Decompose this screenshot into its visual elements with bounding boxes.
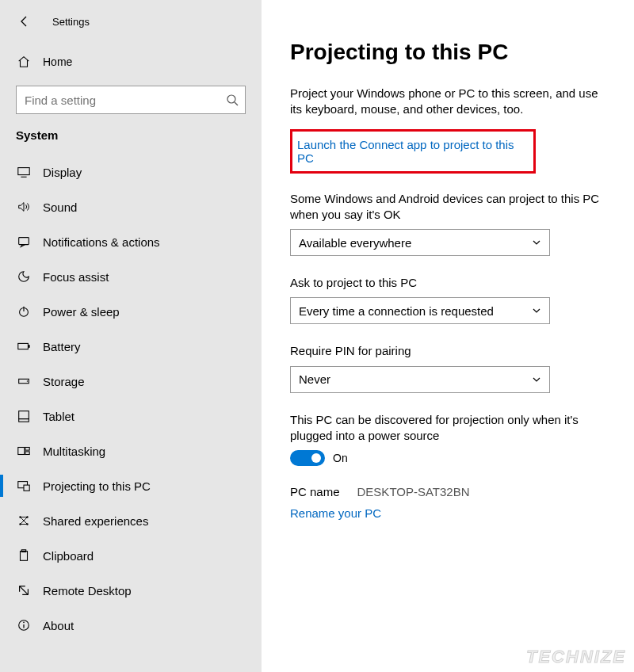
ask-label: Ask to project to this PC <box>290 275 610 291</box>
sidebar-item-tablet[interactable]: Tablet <box>0 399 262 433</box>
availability-label: Some Windows and Android devices can pro… <box>290 191 610 223</box>
sidebar-item-battery[interactable]: Battery <box>0 329 262 364</box>
svg-rect-17 <box>24 485 29 491</box>
sidebar-item-sound[interactable]: Sound <box>0 189 262 224</box>
watermark: TECHNIZE <box>526 647 626 667</box>
focus-assist-icon <box>16 269 32 284</box>
main-content: Projecting to this PC Project your Windo… <box>262 0 634 672</box>
sidebar-item-projecting[interactable]: Projecting to this PC <box>0 468 262 503</box>
sidebar-nav: Display Sound Notifications & actions Fo… <box>0 155 262 643</box>
sidebar-item-shared[interactable]: Shared experiences <box>0 503 262 538</box>
pin-label: Require PIN for pairing <box>290 343 610 359</box>
projecting-icon <box>16 478 32 494</box>
sidebar-item-label: Sound <box>43 200 77 214</box>
sidebar-item-multitasking[interactable]: Multitasking <box>0 433 262 468</box>
sidebar-item-clipboard[interactable]: Clipboard <box>0 538 262 573</box>
sidebar-item-label: Shared experiences <box>43 514 148 528</box>
svg-rect-13 <box>18 448 25 455</box>
ask-value: Every time a connection is requested <box>299 304 494 318</box>
sidebar-category: System <box>0 114 262 150</box>
sidebar-item-label: Tablet <box>43 410 74 423</box>
launch-connect-link[interactable]: Launch the Connect app to project to thi… <box>297 138 514 165</box>
sidebar-item-focus-assist[interactable]: Focus assist <box>0 259 262 294</box>
svg-rect-12 <box>19 419 29 422</box>
sound-icon <box>16 199 32 215</box>
sidebar-item-label: Projecting to this PC <box>43 479 151 493</box>
search-box[interactable] <box>16 86 246 114</box>
multitasking-icon <box>16 443 32 459</box>
svg-rect-8 <box>29 345 30 348</box>
sidebar-item-label: Multitasking <box>43 445 105 458</box>
svg-rect-4 <box>19 238 29 245</box>
sidebar-item-label: Display <box>43 166 82 179</box>
svg-rect-7 <box>18 343 29 349</box>
power-icon <box>16 304 32 319</box>
svg-rect-11 <box>19 411 29 419</box>
sidebar-item-label: Battery <box>43 340 81 353</box>
pin-value: Never <box>299 372 330 386</box>
sidebar-item-label: About <box>43 619 74 632</box>
discover-toggle[interactable] <box>290 450 325 466</box>
sidebar-item-label: Focus assist <box>43 270 109 284</box>
svg-rect-14 <box>25 448 29 451</box>
clipboard-icon <box>16 548 32 563</box>
svg-line-1 <box>235 102 238 105</box>
highlight-box: Launch the Connect app to project to thi… <box>290 129 536 174</box>
pcname-value: DESKTOP-SAT32BN <box>357 485 470 498</box>
svg-point-10 <box>27 380 28 381</box>
about-icon <box>16 617 32 633</box>
page-description: Project your Windows phone or PC to this… <box>290 86 607 118</box>
sidebar-item-storage[interactable]: Storage <box>0 364 262 399</box>
sidebar-home[interactable]: Home <box>0 46 262 78</box>
pin-dropdown[interactable]: Never <box>290 366 550 393</box>
sidebar-item-remote[interactable]: Remote Desktop <box>0 573 262 608</box>
search-icon <box>226 94 239 106</box>
storage-icon <box>16 373 32 389</box>
sidebar-item-notifications[interactable]: Notifications & actions <box>0 224 262 259</box>
discover-state: On <box>333 452 348 464</box>
svg-point-26 <box>23 622 25 624</box>
sidebar-item-label: Notifications & actions <box>43 235 160 249</box>
svg-rect-15 <box>25 452 29 455</box>
svg-rect-22 <box>21 552 28 561</box>
sidebar-item-about[interactable]: About <box>0 608 262 643</box>
sidebar: Settings Home System Display <box>0 0 262 672</box>
chevron-down-icon <box>532 375 541 384</box>
display-icon <box>16 164 32 180</box>
chevron-down-icon <box>532 238 541 247</box>
ask-dropdown[interactable]: Every time a connection is requested <box>290 297 550 324</box>
back-button[interactable] <box>16 13 33 30</box>
app-title: Settings <box>52 16 90 28</box>
pcname-label: PC name <box>290 485 340 498</box>
sidebar-item-power[interactable]: Power & sleep <box>0 294 262 329</box>
availability-dropdown[interactable]: Available everywhere <box>290 229 550 256</box>
battery-icon <box>16 338 32 354</box>
sidebar-item-display[interactable]: Display <box>0 155 262 189</box>
availability-value: Available everywhere <box>299 236 411 250</box>
discover-label: This PC can be discovered for projection… <box>290 412 610 445</box>
sidebar-item-label: Power & sleep <box>43 305 120 319</box>
page-title: Projecting to this PC <box>290 40 610 65</box>
chevron-down-icon <box>532 306 541 315</box>
home-label: Home <box>43 55 72 68</box>
rename-pc-link[interactable]: Rename your PC <box>290 506 381 520</box>
shared-icon <box>16 513 32 529</box>
home-icon <box>16 54 32 70</box>
svg-rect-2 <box>18 168 29 175</box>
svg-point-0 <box>227 95 235 103</box>
sidebar-item-label: Clipboard <box>43 549 94 563</box>
sidebar-item-label: Remote Desktop <box>43 584 132 598</box>
notifications-icon <box>16 234 32 250</box>
search-input[interactable] <box>17 86 245 113</box>
remote-icon <box>16 582 32 598</box>
sidebar-item-label: Storage <box>43 375 85 388</box>
tablet-icon <box>16 408 32 424</box>
